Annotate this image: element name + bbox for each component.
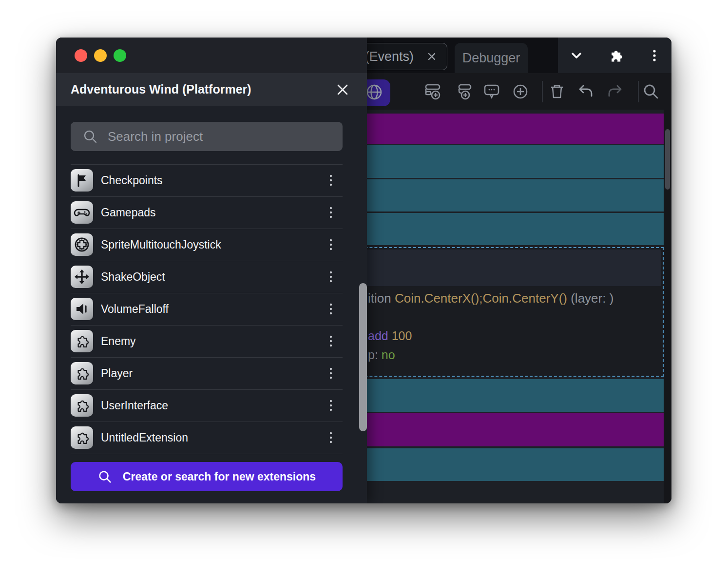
create-extension-label: Create or search for new extensions [123,470,316,483]
tab-debugger-label: Debugger [462,51,520,66]
item-kebab-menu[interactable] [322,332,340,350]
window-controls-panel [558,38,671,73]
drawer-body: Checkpoints Gamepads [56,106,367,503]
gamepad-icon [71,201,93,224]
item-kebab-menu[interactable] [322,429,340,446]
search-events-icon[interactable] [640,80,662,103]
traffic-light-minimize[interactable] [94,49,107,62]
search-icon [82,129,98,144]
list-divider [71,454,343,454]
event-value-text: add 100 [368,329,412,343]
list-item-userinterface[interactable]: UserInterface [56,389,367,422]
joystick-icon [71,233,93,256]
tab-events-label: (Events) [364,49,414,64]
toolbar-divider [542,81,543,102]
chevron-down-icon[interactable] [566,45,587,66]
list-item-shakeobject[interactable]: ShakeObject [56,261,367,293]
list-item-volumefalloff[interactable]: VolumeFalloff [56,293,367,325]
project-search-box [71,122,343,151]
project-manager-drawer: Adventurous Wind (Platformer) Checkpoint… [56,38,367,503]
trash-icon[interactable] [546,80,568,103]
events-scrollbar-track [664,110,671,503]
event-action-text: ition Coin.CenterX();Coin.CenterY() (lay… [368,291,613,306]
item-kebab-menu[interactable] [322,397,340,414]
close-tab-icon[interactable] [425,50,438,63]
search-icon [97,469,112,484]
traffic-light-zoom[interactable] [114,49,126,62]
puzzle-icon [71,362,93,384]
app-window: (Events) Debugger [56,38,671,503]
traffic-light-close[interactable] [75,49,87,62]
create-extension-button[interactable]: Create or search for new extensions [71,462,343,491]
redo-icon[interactable] [604,80,626,103]
puzzle-icon [71,394,93,417]
move-arrows-icon [71,266,93,288]
speaker-icon [71,298,93,320]
event-flag-text: p: no [368,348,395,362]
list-item-checkpoints[interactable]: Checkpoints [56,164,367,196]
tab-debugger[interactable]: Debugger [455,43,528,73]
undo-icon[interactable] [575,80,597,103]
item-kebab-menu[interactable] [322,300,340,318]
list-item-untitledextension[interactable]: UntitledExtension [56,422,367,454]
drawer-scrollbar-thumb[interactable] [359,283,367,431]
add-event-icon[interactable] [421,80,444,103]
extensions-puzzle-icon[interactable] [605,45,626,66]
puzzle-icon [71,330,93,352]
list-item-player[interactable]: Player [56,357,367,389]
item-kebab-menu[interactable] [322,236,340,253]
kebab-menu-icon[interactable] [644,45,665,66]
drawer-header: Adventurous Wind (Platformer) [56,73,367,106]
list-item-enemy[interactable]: Enemy [56,325,367,357]
events-scrollbar-thumb[interactable] [665,129,670,190]
macos-titlebar [56,38,367,73]
circle-plus-icon[interactable] [509,80,532,103]
flag-icon [71,169,93,192]
close-drawer-icon[interactable] [335,82,350,97]
item-kebab-menu[interactable] [322,268,340,286]
item-kebab-menu[interactable] [322,172,340,189]
add-subevent-icon[interactable] [453,80,475,103]
toolbar-divider [638,81,639,102]
search-input[interactable] [108,129,335,144]
item-kebab-menu[interactable] [322,365,340,382]
project-title: Adventurous Wind (Platformer) [71,82,251,96]
puzzle-icon [71,426,93,449]
list-item-gamepads[interactable]: Gamepads [56,196,367,229]
item-kebab-menu[interactable] [322,204,340,221]
list-item-sprite-multitouch-joystick[interactable]: SpriteMultitouchJoystick [56,229,367,261]
add-comment-icon[interactable] [480,80,503,103]
globe-icon [364,82,384,104]
